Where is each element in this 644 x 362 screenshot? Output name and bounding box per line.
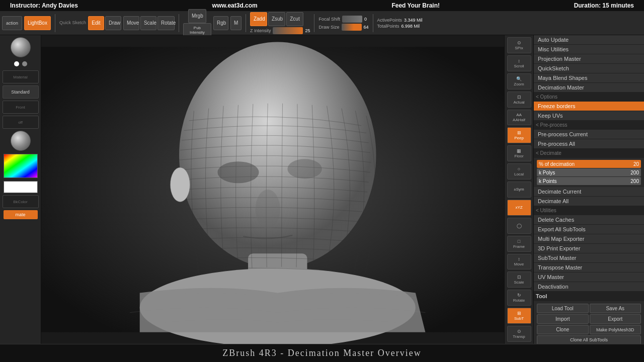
floor-btn[interactable]: ▦ Floor — [507, 145, 531, 161]
tool-buttons-section: Load Tool Save As Import Export Clone Ma… — [534, 301, 644, 344]
color-swatch[interactable] — [4, 154, 38, 178]
uv-master-btn[interactable]: UV Master — [534, 273, 644, 282]
import-btn[interactable]: Import — [537, 314, 589, 324]
spix-btn[interactable]: ⊙ SPix — [507, 37, 531, 53]
actual-btn[interactable]: ⊡ Actual — [507, 92, 531, 108]
keep-uvs-btn[interactable]: Keep UVs — [534, 111, 644, 121]
circle-btn[interactable]: ◯ — [507, 218, 531, 234]
front-sphere[interactable] — [11, 131, 31, 151]
m-button[interactable]: M — [230, 16, 242, 30]
rotate-mini-icon: ↻ — [517, 293, 521, 298]
dot-row — [12, 59, 29, 68]
scroll-btn[interactable]: ↕ Scroll — [507, 55, 531, 71]
material-sphere[interactable] — [11, 37, 31, 57]
k-points-value: 200 — [630, 178, 639, 184]
mrgb-button[interactable]: Mrgb — [188, 9, 206, 23]
pre-process-all-btn[interactable]: Pre-process All — [534, 139, 644, 149]
k-polys-bar[interactable]: k Polys 200 — [537, 168, 641, 176]
move-mini-btn[interactable]: ↕ Move — [507, 254, 531, 270]
k-points-bar[interactable]: k Points 200 — [537, 177, 641, 185]
svg-point-6 — [287, 159, 322, 178]
projection-master-btn[interactable]: Projection Master — [534, 54, 644, 64]
local-icon: ○ — [518, 166, 520, 171]
action-button[interactable]: action — [2, 16, 22, 30]
instructor-label: Instructor: Andy Davies — [10, 2, 78, 9]
make-polymesh-btn[interactable]: Make PolyMesh3D — [590, 325, 641, 334]
maya-blend-shapes-btn[interactable]: Maya Blend Shapes — [534, 73, 644, 83]
floor-icon: ▦ — [517, 148, 521, 153]
pre-process-header[interactable]: < Pre-process — [534, 121, 644, 130]
export-all-subtools-btn[interactable]: Export All SubTools — [534, 225, 644, 234]
auto-update-btn[interactable]: Auto Update — [534, 35, 644, 45]
pre-process-current-btn[interactable]: Pre-process Current — [534, 130, 644, 139]
rotate-mini-btn[interactable]: ↻ Rotate — [507, 290, 531, 306]
zoom-icon: 🔍 — [516, 76, 522, 81]
delete-caches-btn[interactable]: Delete Caches — [534, 215, 644, 225]
move-button[interactable]: Move — [123, 16, 139, 30]
decimate-current-btn[interactable]: Decimate Current — [534, 187, 644, 197]
zoom-btn[interactable]: 🔍 Zoom — [507, 73, 531, 89]
multi-map-exporter-btn[interactable]: Multi Map Exporter — [534, 234, 644, 244]
mate-label: mate — [4, 210, 38, 219]
export-btn[interactable]: Export — [590, 314, 641, 324]
z-intensity-value: 25 — [305, 28, 310, 33]
draw-size-slider[interactable] — [342, 24, 362, 31]
spix-icon: ⊙ — [517, 40, 521, 45]
rotate-button[interactable]: Rotate — [157, 16, 175, 30]
aahalf-btn[interactable]: AA AAHalf — [507, 110, 531, 126]
rgb-button[interactable]: Rgb — [213, 16, 228, 30]
dot-gray — [22, 61, 27, 66]
misc-utilities-btn[interactable]: Misc Utilities — [534, 45, 644, 54]
svg-point-5 — [217, 161, 259, 183]
lightbox-button[interactable]: LightBox — [24, 16, 51, 30]
edit-button[interactable]: Edit — [88, 16, 104, 30]
subtool-master-btn[interactable]: SubTool Master — [534, 253, 644, 263]
decimation-master-btn[interactable]: Decimation Master — [534, 83, 644, 93]
xyz-btn[interactable]: xYZ — [507, 200, 531, 216]
quick-sketch-section: Quick Sketch — [59, 20, 86, 26]
options-header[interactable]: < Options — [534, 93, 644, 102]
standard-btn[interactable]: Standard — [3, 85, 39, 99]
focal-shift-slider[interactable] — [342, 16, 362, 23]
zadd-section: Zadd Zsub Zcut Z Intensity 25 — [250, 12, 310, 34]
pct-decimation-bar[interactable]: % of decimation 20 — [537, 160, 641, 168]
save-as-btn[interactable]: Save As — [590, 304, 641, 313]
scale-mini-btn[interactable]: ⊡ Scale — [507, 272, 531, 288]
white-swatch[interactable] — [4, 181, 38, 193]
freeze-borders-btn[interactable]: Freeze borders — [534, 102, 644, 111]
draw-button[interactable]: Draw — [105, 16, 121, 30]
tool-header[interactable]: Tool — [534, 292, 644, 301]
frame-btn[interactable]: □ Frame — [507, 236, 531, 252]
transpose-master-btn[interactable]: Transpose Master — [534, 263, 644, 273]
scale-button[interactable]: Scale — [140, 16, 156, 30]
decimate-all-btn[interactable]: Decimate All — [534, 197, 644, 206]
decimate-header[interactable]: < Decimate — [534, 149, 644, 158]
peep-btn[interactable]: ⊞ Peep — [507, 127, 531, 143]
divider-1 — [55, 14, 55, 32]
lsym-btn[interactable]: ±Sym — [507, 182, 531, 198]
canvas-area[interactable] — [41, 35, 504, 344]
zsub-button[interactable]: Zsub — [268, 12, 285, 26]
deactivation-btn[interactable]: Deactivation — [534, 282, 644, 292]
edit-draw-buttons: Edit Draw — [88, 16, 121, 30]
clone-all-subtools-btn[interactable]: Clone All SubTools — [537, 335, 641, 344]
z-intensity-slider[interactable] — [273, 27, 303, 34]
zadd-button[interactable]: Zadd — [250, 12, 267, 26]
local-btn[interactable]: ○ Local — [507, 163, 531, 179]
transp-icon: ⊙ — [517, 329, 521, 334]
pct-decimation-label: % of decimation — [539, 161, 575, 167]
print-3d-exporter-btn[interactable]: 3D Print Exporter — [534, 244, 644, 253]
focal-row: Focal Shift 0 — [318, 16, 368, 23]
load-tool-btn[interactable]: Load Tool — [537, 304, 589, 313]
z-intensity-label: Z Intensity — [250, 28, 271, 33]
svg-point-1 — [179, 42, 376, 268]
zcut-button[interactable]: Zcut — [286, 12, 303, 26]
focal-section: Focal Shift 0 Draw Size 64 — [318, 16, 368, 31]
clone-btn[interactable]: Clone — [537, 325, 589, 334]
active-points-value: 3.349 Mil — [404, 18, 423, 23]
quicksketch-btn[interactable]: QuickSketch — [534, 64, 644, 73]
toolbar: action LightBox Quick Sketch Edit Draw M… — [0, 11, 644, 35]
utilities-header[interactable]: < Utilities — [534, 206, 644, 215]
subt-btn[interactable]: ⊞ SubT — [507, 308, 531, 324]
transp-btn[interactable]: ⊙ Transp — [507, 326, 531, 342]
